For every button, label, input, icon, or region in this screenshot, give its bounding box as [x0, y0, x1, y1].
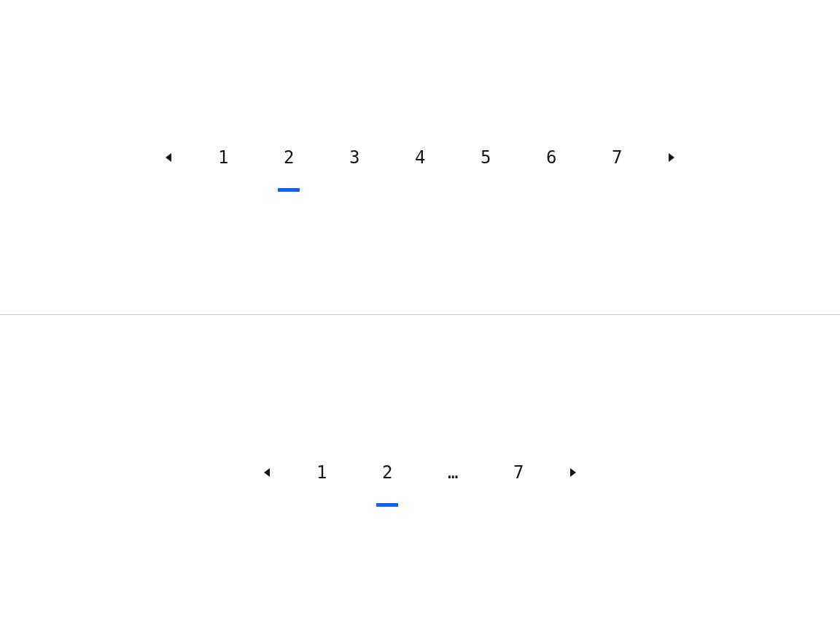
page-label: 2 [382, 462, 392, 483]
prev-button[interactable] [147, 125, 190, 190]
page-label: 5 [481, 147, 491, 168]
page-label: 6 [546, 147, 556, 168]
page-button-3[interactable]: 3 [322, 125, 387, 190]
prev-button[interactable] [245, 440, 289, 505]
page-button-7[interactable]: 7 [584, 125, 650, 190]
page-button-1[interactable]: 1 [289, 440, 354, 505]
page-button-1[interactable]: 1 [190, 125, 256, 190]
active-indicator [376, 503, 398, 507]
pagination-truncated-section: 1 2 … 7 [0, 315, 840, 630]
next-button[interactable] [551, 440, 595, 505]
page-label: 1 [316, 462, 327, 483]
page-button-4[interactable]: 4 [387, 125, 453, 190]
caret-right-icon [669, 153, 674, 162]
ellipsis-label: … [448, 462, 458, 483]
pagination-full-section: 1 2 3 4 5 6 7 [0, 0, 840, 315]
pagination-truncated: 1 2 … 7 [245, 440, 595, 505]
page-ellipsis: … [420, 440, 486, 505]
page-label: 4 [415, 147, 425, 168]
page-label: 1 [218, 147, 228, 168]
page-button-5[interactable]: 5 [453, 125, 518, 190]
next-button[interactable] [650, 125, 693, 190]
page-label: 7 [513, 462, 524, 483]
page-label: 7 [612, 147, 622, 168]
active-indicator [278, 188, 300, 192]
page-button-6[interactable]: 6 [518, 125, 584, 190]
caret-right-icon [570, 468, 576, 477]
page-label: 2 [284, 147, 294, 168]
page-button-2[interactable]: 2 [354, 440, 420, 505]
caret-left-icon [166, 153, 171, 162]
page-button-2[interactable]: 2 [256, 125, 322, 190]
caret-left-icon [264, 468, 270, 477]
pagination-full: 1 2 3 4 5 6 7 [147, 125, 693, 190]
page-button-7[interactable]: 7 [486, 440, 551, 505]
page-label: 3 [349, 147, 359, 168]
